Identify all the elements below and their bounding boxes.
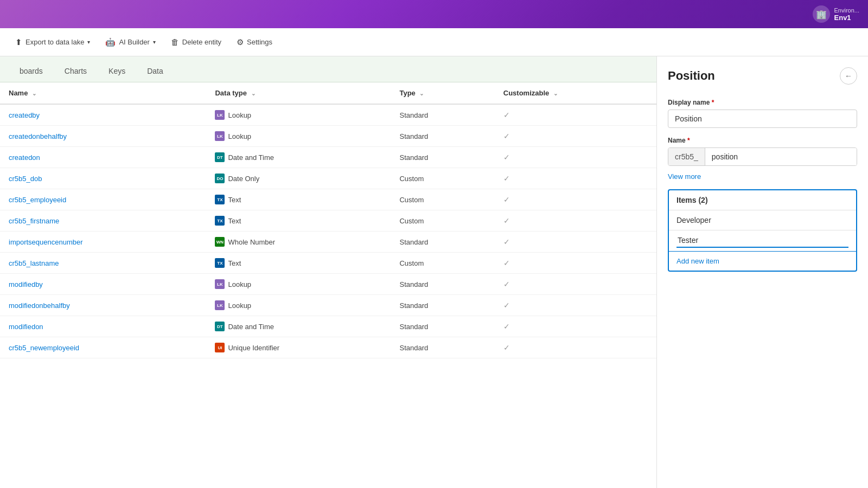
cell-type: Custom [391, 189, 494, 210]
type-sort-icon: ⌄ [419, 91, 424, 97]
export-icon: ⬆ [15, 37, 22, 47]
cell-type: Standard [391, 104, 494, 126]
cell-type: Custom [391, 253, 494, 274]
export-button[interactable]: ⬆ Export to data lake ▾ [9, 34, 97, 50]
cell-customizable: ✓ [495, 232, 656, 253]
items-header: Items (2) [669, 190, 856, 210]
cell-datatype: TX Text [206, 189, 391, 210]
col-customizable[interactable]: Customizable ⌄ [495, 82, 656, 104]
table-row[interactable]: cr5b5_dob DO Date Only Custom ✓ [0, 168, 656, 189]
table-row[interactable]: modifiedon DT Date and Time Standard ✓ [0, 316, 656, 337]
cell-datatype: DT Date and Time [206, 316, 391, 337]
cell-datatype: DT Date and Time [206, 147, 391, 168]
tab-header: boards Charts Keys Data [0, 56, 656, 82]
cell-name: createdonbehalfby [0, 126, 206, 147]
table-row[interactable]: createdonbehalfby LK Lookup Standard ✓ [0, 126, 656, 147]
cell-type: Standard [391, 147, 494, 168]
table-row[interactable]: cr5b5_firstname TX Text Custom ✓ [0, 210, 656, 232]
table-row[interactable]: createdby LK Lookup Standard ✓ [0, 104, 656, 126]
cell-type: Standard [391, 337, 494, 358]
environment-badge: 🏢 Environ... Env1 [813, 5, 859, 23]
cell-customizable: ✓ [495, 210, 656, 232]
cell-name: modifiedonbehalfby [0, 295, 206, 316]
cell-name: createdby [0, 104, 206, 126]
cell-name: cr5b5_firstname [0, 210, 206, 232]
cell-name: modifiedby [0, 274, 206, 295]
table-row[interactable]: cr5b5_newemployeeid UI Unique Identifier… [0, 337, 656, 358]
table-row[interactable]: cr5b5_employeeid TX Text Custom ✓ [0, 189, 656, 210]
cell-datatype: TX Text [206, 253, 391, 274]
display-name-required: * [712, 99, 714, 106]
right-panel-header: Position ← [657, 56, 868, 90]
tab-charts[interactable]: Charts [54, 61, 98, 82]
customizable-sort-icon: ⌄ [553, 91, 558, 97]
cell-datatype: DO Date Only [206, 168, 391, 189]
settings-button[interactable]: ⚙ Settings [230, 34, 279, 50]
display-name-input[interactable] [668, 110, 857, 128]
view-more-link[interactable]: View more [668, 172, 857, 181]
col-type[interactable]: Type ⌄ [391, 82, 494, 104]
cell-type: Custom [391, 210, 494, 232]
name-sort-icon: ⌄ [32, 91, 36, 97]
cell-datatype: WN Whole Number [206, 232, 391, 253]
ai-chevron-icon: ▾ [153, 39, 156, 45]
table-area: Name ⌄ Data type ⌄ Type ⌄ Customizable [0, 82, 656, 488]
name-label: Name * [668, 137, 857, 144]
ai-builder-icon: 🤖 [105, 37, 116, 47]
delete-entity-button[interactable]: 🗑 Delete entity [164, 34, 228, 50]
tab-keys[interactable]: Keys [98, 61, 136, 82]
add-new-item-link[interactable]: Add new item [669, 252, 856, 271]
cell-name: modifiedon [0, 316, 206, 337]
table-header-row: Name ⌄ Data type ⌄ Type ⌄ Customizable [0, 82, 656, 104]
col-name[interactable]: Name ⌄ [0, 82, 206, 104]
cell-name: cr5b5_dob [0, 168, 206, 189]
close-panel-button[interactable]: ← [840, 67, 857, 85]
cell-datatype: LK Lookup [206, 295, 391, 316]
item-tester-input[interactable] [676, 234, 848, 248]
tab-navigation: boards Charts Keys Data [9, 61, 174, 82]
right-panel: Position ← Display name * Name * cr5b5_ [656, 56, 868, 488]
cell-type: Standard [391, 126, 494, 147]
cell-customizable: ✓ [495, 189, 656, 210]
cell-customizable: ✓ [495, 147, 656, 168]
table-row[interactable]: importsequencenumber WN Whole Number Sta… [0, 232, 656, 253]
datatype-sort-icon: ⌄ [251, 91, 256, 97]
left-panel: boards Charts Keys Data Name [0, 56, 656, 488]
environment-icon: 🏢 [813, 5, 830, 23]
table-row[interactable]: createdon DT Date and Time Standard ✓ [0, 147, 656, 168]
top-header: 🏢 Environ... Env1 [0, 0, 868, 28]
cell-datatype: UI Unique Identifier [206, 337, 391, 358]
table-row[interactable]: cr5b5_lastname TX Text Custom ✓ [0, 253, 656, 274]
table-row[interactable]: modifiedonbehalfby LK Lookup Standard ✓ [0, 295, 656, 316]
fields-table: Name ⌄ Data type ⌄ Type ⌄ Customizable [0, 82, 656, 358]
col-datatype[interactable]: Data type ⌄ [206, 82, 391, 104]
table-row[interactable]: modifiedby LK Lookup Standard ✓ [0, 274, 656, 295]
env-name: Env1 [834, 14, 859, 22]
right-panel-title: Position [668, 69, 715, 83]
cell-customizable: ✓ [495, 295, 656, 316]
cell-type: Standard [391, 316, 494, 337]
right-panel-body: Display name * Name * cr5b5_ View more I… [657, 90, 868, 488]
cell-customizable: ✓ [495, 168, 656, 189]
name-required: * [687, 137, 690, 144]
cell-customizable: ✓ [495, 316, 656, 337]
cell-customizable: ✓ [495, 274, 656, 295]
item-developer[interactable]: Developer [669, 210, 856, 230]
items-container: Items (2) Developer Add new item [668, 189, 857, 272]
cell-type: Standard [391, 274, 494, 295]
delete-icon: 🗑 [171, 37, 179, 47]
cell-name: cr5b5_lastname [0, 253, 206, 274]
cell-type: Standard [391, 232, 494, 253]
cell-datatype: LK Lookup [206, 126, 391, 147]
ai-builder-button[interactable]: 🤖 AI Builder ▾ [99, 34, 162, 50]
name-suffix-input[interactable] [705, 148, 857, 165]
cell-customizable: ✓ [495, 126, 656, 147]
tab-boards[interactable]: boards [9, 61, 54, 82]
tab-data[interactable]: Data [136, 61, 174, 82]
settings-icon: ⚙ [237, 37, 244, 47]
cell-name: importsequencenumber [0, 232, 206, 253]
back-icon: ← [845, 72, 852, 80]
cell-datatype: LK Lookup [206, 104, 391, 126]
cell-type: Custom [391, 168, 494, 189]
environment-info: Environ... Env1 [834, 7, 859, 22]
